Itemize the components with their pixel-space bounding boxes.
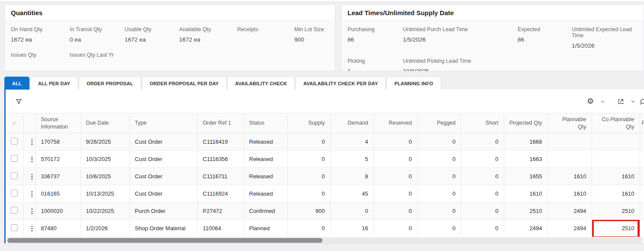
- cell-p_cut[interactable]: [640, 151, 644, 168]
- export-icon[interactable]: [615, 96, 626, 106]
- cell-co_plannable_qty[interactable]: 1610: [592, 185, 640, 203]
- cell-order_ref_1[interactable]: C1116356: [197, 151, 244, 168]
- cell-co_plannable_qty[interactable]: 2510: [592, 220, 640, 237]
- cell-projected_qty[interactable]: 1610: [504, 185, 547, 203]
- cell-source_information[interactable]: 016165: [35, 185, 80, 203]
- cell-plannable_qty[interactable]: [547, 133, 592, 151]
- cell-co_plannable_qty[interactable]: 1610: [592, 168, 640, 185]
- cell-p_cut[interactable]: [640, 220, 644, 237]
- column-header-plannable_qty[interactable]: Plannable Qty: [547, 113, 592, 133]
- export-chevron-down-icon[interactable]: [628, 96, 638, 106]
- row-checkbox[interactable]: [11, 224, 18, 231]
- cell-type[interactable]: Cust Order: [129, 133, 197, 151]
- cell-order_ref_1[interactable]: C1116711: [197, 168, 244, 185]
- cell-supply[interactable]: 0: [287, 168, 330, 185]
- row-menu-kebab-icon[interactable]: ⋮: [29, 207, 35, 215]
- cell-co_plannable_qty[interactable]: 2510: [592, 203, 640, 220]
- cell-type[interactable]: Purch Order: [129, 203, 197, 220]
- cell-projected_qty[interactable]: 2494: [504, 220, 547, 237]
- cell-demand[interactable]: 8: [330, 168, 374, 185]
- column-header-order_ref_1[interactable]: Order Ref 1: [197, 113, 244, 133]
- cell-projected_qty[interactable]: 2510: [504, 203, 547, 220]
- settings-chevron-down-icon[interactable]: [597, 96, 608, 106]
- column-header-pegged[interactable]: Pegged: [417, 113, 461, 133]
- cell-demand[interactable]: 45: [330, 185, 374, 203]
- column-header-short[interactable]: Short: [461, 113, 504, 133]
- cell-plannable_qty[interactable]: [547, 151, 592, 168]
- cell-type[interactable]: Cust Order: [129, 185, 197, 203]
- column-header-source_information[interactable]: Source Information: [35, 113, 80, 133]
- row-checkbox[interactable]: [11, 190, 18, 196]
- row-menu-kebab-icon[interactable]: ⋮: [29, 173, 35, 180]
- cell-plannable_qty[interactable]: 2494: [547, 220, 592, 237]
- cell-reserved[interactable]: 0: [374, 168, 417, 185]
- cell-demand[interactable]: 5: [330, 151, 374, 168]
- cell-status[interactable]: Released: [244, 185, 287, 203]
- row-menu-kebab-icon[interactable]: ⋮: [29, 155, 35, 163]
- cell-source_information[interactable]: 570172: [35, 151, 80, 168]
- cell-p_cut[interactable]: [640, 203, 644, 220]
- cell-plannable_qty[interactable]: 1610: [547, 185, 592, 203]
- cell-supply[interactable]: 0: [287, 185, 330, 203]
- column-header-due_date[interactable]: Due Date: [80, 113, 129, 133]
- cell-source_information[interactable]: 336737: [35, 168, 80, 185]
- cell-projected_qty[interactable]: 1663: [504, 151, 547, 168]
- cell-co_plannable_qty[interactable]: [592, 151, 640, 168]
- tab-all-per-day[interactable]: ALL PER DAY: [30, 77, 78, 90]
- cell-source_information[interactable]: 170758: [35, 133, 80, 151]
- cell-pegged[interactable]: 0: [417, 203, 461, 220]
- cell-pegged[interactable]: 0: [417, 185, 461, 203]
- cell-status[interactable]: Confirmed: [244, 203, 287, 220]
- row-menu-kebab-icon[interactable]: ⋮: [29, 190, 35, 197]
- tab-all[interactable]: ALL: [4, 77, 29, 90]
- cell-reserved[interactable]: 0: [374, 185, 417, 203]
- column-header-co_plannable_qty[interactable]: Co Plannable Qty: [592, 113, 640, 133]
- column-header-menu[interactable]: [23, 113, 35, 133]
- cell-due_date[interactable]: 9/26/2025: [80, 133, 129, 151]
- cell-due_date[interactable]: 10/3/2025: [80, 151, 129, 168]
- cell-short[interactable]: 0: [461, 133, 504, 151]
- cell-supply[interactable]: 0: [287, 220, 330, 237]
- cell-projected_qty[interactable]: 1655: [504, 168, 547, 185]
- cell-projected_qty[interactable]: 1668: [504, 133, 547, 151]
- row-menu-kebab-icon[interactable]: ⋮: [29, 225, 35, 232]
- cell-due_date[interactable]: 10/22/2025: [80, 203, 129, 220]
- cell-pegged[interactable]: 0: [417, 220, 461, 237]
- tab-availability-check[interactable]: AVAILABILITY CHECK: [227, 77, 295, 90]
- horizontal-scrollbar-track[interactable]: [6, 238, 643, 243]
- cell-plannable_qty[interactable]: 2494: [547, 203, 592, 220]
- column-header-projected_qty[interactable]: Projected Qty: [504, 113, 547, 133]
- column-header-type[interactable]: Type: [129, 113, 197, 133]
- cell-plannable_qty[interactable]: 1610: [547, 168, 592, 185]
- cell-status[interactable]: Released: [244, 151, 287, 168]
- cell-type[interactable]: Cust Order: [129, 151, 197, 168]
- cell-order_ref_1[interactable]: P27472: [197, 203, 244, 220]
- cell-status[interactable]: Released: [244, 133, 287, 151]
- cell-status[interactable]: Released: [244, 168, 287, 185]
- cell-pegged[interactable]: 0: [417, 133, 461, 151]
- column-header-supply[interactable]: Supply: [287, 113, 330, 133]
- cell-due_date[interactable]: 10/6/2025: [80, 168, 129, 185]
- row-checkbox[interactable]: [11, 172, 18, 179]
- cell-p_cut[interactable]: [640, 185, 644, 203]
- cell-order_ref_1[interactable]: C1116924: [197, 185, 244, 203]
- cell-type[interactable]: Shop Order Material: [129, 220, 197, 237]
- settings-icon[interactable]: ⚙: [585, 96, 596, 106]
- cell-supply[interactable]: 0: [287, 133, 330, 151]
- cell-short[interactable]: 0: [461, 168, 504, 185]
- cell-demand[interactable]: 4: [330, 133, 374, 151]
- cell-reserved[interactable]: 0: [374, 220, 417, 237]
- cell-type[interactable]: Cust Order: [129, 168, 197, 185]
- search-icon[interactable]: [638, 97, 644, 107]
- cell-order_ref_1[interactable]: 110064: [197, 220, 244, 237]
- filter-icon[interactable]: [13, 96, 24, 106]
- cell-p_cut[interactable]: [640, 133, 644, 151]
- cell-order_ref_1[interactable]: C1116419: [197, 133, 244, 151]
- column-header-p_cut[interactable]: Pr: [640, 113, 644, 133]
- cell-reserved[interactable]: 0: [374, 203, 417, 220]
- cell-due_date[interactable]: 10/13/2025: [80, 185, 129, 203]
- row-checkbox[interactable]: [11, 155, 18, 162]
- cell-reserved[interactable]: 0: [374, 151, 417, 168]
- tab-order-proposal-per-day[interactable]: ORDER PROPOSAL PER DAY: [142, 77, 227, 90]
- column-header-reserved[interactable]: Reserved: [374, 113, 417, 133]
